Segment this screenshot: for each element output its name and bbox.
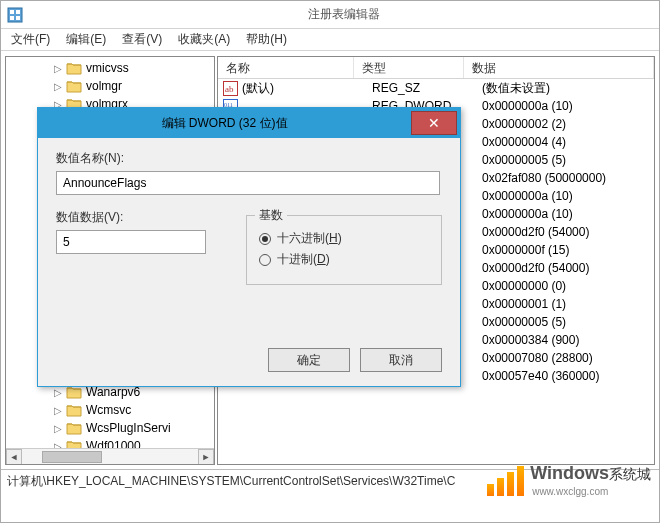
cell-data: 0x02faf080 (50000000) <box>482 171 654 185</box>
menu-view[interactable]: 查看(V) <box>116 29 168 50</box>
cell-data: 0x0000d2f0 (54000) <box>482 261 654 275</box>
list-header: 名称 类型 数据 <box>218 57 654 79</box>
dialog-close-button[interactable]: ✕ <box>411 111 457 135</box>
watermark-logo-icon <box>487 466 524 496</box>
cell-type: REG_SZ <box>372 81 482 95</box>
app-icon <box>7 7 23 23</box>
folder-icon <box>66 61 82 75</box>
menubar: 文件(F) 编辑(E) 查看(V) 收藏夹(A) 帮助(H) <box>1 29 659 51</box>
folder-icon <box>66 79 82 93</box>
col-header-name[interactable]: 名称 <box>218 57 354 78</box>
tree-item[interactable]: ▷WcsPlugInServi <box>6 419 214 437</box>
tree-item[interactable]: ▷vmicvss <box>6 59 214 77</box>
value-name-input[interactable] <box>56 171 440 195</box>
tree-item-label: WcsPlugInServi <box>86 421 171 435</box>
col-header-data[interactable]: 数据 <box>464 57 654 78</box>
cell-data: 0x0000000a (10) <box>482 207 654 221</box>
expander-icon[interactable]: ▷ <box>52 422 64 434</box>
status-path: 计算机\HKEY_LOCAL_MACHINE\SYSTEM\CurrentCon… <box>7 474 455 488</box>
watermark-text: Windows系统城 <box>530 466 651 482</box>
ok-button[interactable]: 确定 <box>268 348 350 372</box>
scroll-track[interactable] <box>22 449 198 465</box>
cell-data: 0x0000000a (10) <box>482 99 654 113</box>
tree-item-label: Wcmsvc <box>86 403 131 417</box>
cell-data: 0x00000001 (1) <box>482 297 654 311</box>
cell-data: 0x0000000f (15) <box>482 243 654 257</box>
cell-data: 0x00000384 (900) <box>482 333 654 347</box>
cell-data: 0x00000000 (0) <box>482 279 654 293</box>
svg-rect-3 <box>10 16 14 20</box>
cancel-button[interactable]: 取消 <box>360 348 442 372</box>
tree-item-label: volmgr <box>86 79 122 93</box>
cell-data: 0x0000d2f0 (54000) <box>482 225 654 239</box>
expander-icon[interactable]: ▷ <box>52 404 64 416</box>
menu-file[interactable]: 文件(F) <box>5 29 56 50</box>
base-group-label: 基数 <box>255 207 287 224</box>
menu-favorites[interactable]: 收藏夹(A) <box>172 29 236 50</box>
list-row[interactable]: ab(默认)REG_SZ(数值未设置) <box>218 79 654 97</box>
base-groupbox: 基数 十六进制(H) 十进制(D) <box>246 215 442 285</box>
dialog-body: 数值名称(N): 数值数据(V): 基数 十六进制(H) 十进制(D) <box>38 138 460 297</box>
radio-hex-label: 十六进制(H) <box>277 230 342 247</box>
radio-hex[interactable]: 十六进制(H) <box>259 230 429 247</box>
radio-dec-label: 十进制(D) <box>277 251 330 268</box>
col-header-type[interactable]: 类型 <box>354 57 464 78</box>
edit-dword-dialog: 编辑 DWORD (32 位)值 ✕ 数值名称(N): 数值数据(V): 基数 … <box>37 107 461 387</box>
svg-rect-2 <box>16 10 20 14</box>
dialog-title: 编辑 DWORD (32 位)值 <box>38 115 411 132</box>
radio-dec-dot <box>259 254 271 266</box>
watermark-url: www.wxclgg.com <box>532 486 608 497</box>
radio-hex-dot <box>259 233 271 245</box>
tree-item[interactable]: ▷Wcmsvc <box>6 401 214 419</box>
scroll-right-button[interactable]: ► <box>198 449 214 465</box>
titlebar: 注册表编辑器 <box>1 1 659 29</box>
close-icon: ✕ <box>428 115 440 131</box>
cell-data: 0x00000002 (2) <box>482 117 654 131</box>
svg-rect-4 <box>16 16 20 20</box>
folder-icon <box>66 385 82 399</box>
menu-help[interactable]: 帮助(H) <box>240 29 293 50</box>
string-value-icon: ab <box>222 80 238 96</box>
watermark: Windows系统城 www.wxclgg.com <box>487 463 651 498</box>
value-data-input[interactable] <box>56 230 206 254</box>
radio-dec[interactable]: 十进制(D) <box>259 251 429 268</box>
value-name-label: 数值名称(N): <box>56 150 442 167</box>
folder-icon <box>66 403 82 417</box>
tree-item-label: Wanarpv6 <box>86 385 140 399</box>
value-data-label: 数值数据(V): <box>56 209 246 226</box>
cell-data: 0x00000004 (4) <box>482 135 654 149</box>
cell-data: 0x00000005 (5) <box>482 153 654 167</box>
cell-data: 0x00007080 (28800) <box>482 351 654 365</box>
svg-rect-1 <box>10 10 14 14</box>
scroll-thumb[interactable] <box>42 451 102 463</box>
expander-icon[interactable]: ▷ <box>52 386 64 398</box>
cell-data: 0x0000000a (10) <box>482 189 654 203</box>
window-title: 注册表编辑器 <box>29 6 659 23</box>
folder-icon <box>66 421 82 435</box>
cell-name: (默认) <box>242 80 372 97</box>
tree-hscrollbar[interactable]: ◄ ► <box>6 448 214 464</box>
dialog-titlebar[interactable]: 编辑 DWORD (32 位)值 ✕ <box>38 108 460 138</box>
tree-item-label: vmicvss <box>86 61 129 75</box>
expander-icon[interactable]: ▷ <box>52 62 64 74</box>
scroll-left-button[interactable]: ◄ <box>6 449 22 465</box>
cell-data: 0x00000005 (5) <box>482 315 654 329</box>
cell-data: 0x00057e40 (360000) <box>482 369 654 383</box>
expander-icon[interactable]: ▷ <box>52 80 64 92</box>
menu-edit[interactable]: 编辑(E) <box>60 29 112 50</box>
cell-data: (数值未设置) <box>482 80 654 97</box>
svg-text:ab: ab <box>225 84 234 94</box>
tree-item[interactable]: ▷volmgr <box>6 77 214 95</box>
